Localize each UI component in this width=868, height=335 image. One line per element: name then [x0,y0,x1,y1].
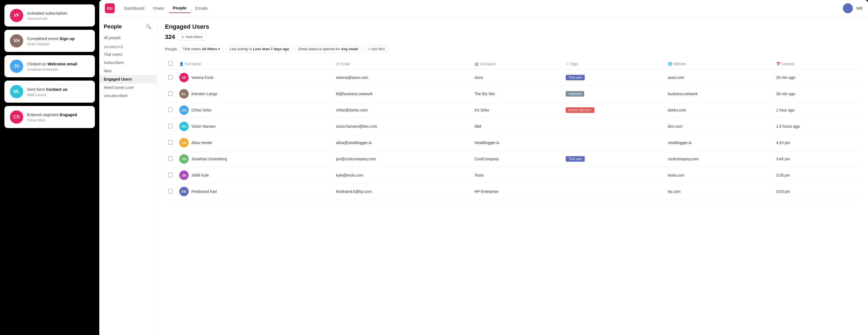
filters-row: People That match All filters ▾ Last act… [165,45,860,53]
people-count: 324 [165,33,175,40]
sidebar-item-engaged-users[interactable]: Engaged Users [99,75,157,83]
filter-email-label: Email status is opened for [299,47,340,51]
activity-feed: VFActivated subscriptionVerena FunkVHCom… [0,0,99,335]
row-checkbox[interactable] [168,173,173,177]
filter-activity-value: Less than 7 days ago [253,47,289,51]
filter-people-label: People [165,47,177,51]
row-checkbox[interactable] [168,189,173,193]
person-email: verena@asos.com [333,69,471,86]
col-website: 🌐Website [664,59,773,69]
avatar[interactable] [843,3,853,13]
main-app: En Dashboard Flows People Emails Will Pe… [99,0,868,335]
row-checkbox[interactable] [168,124,173,128]
content-area: People 🔍 All people Segments Trial Users… [99,17,868,335]
avatar: JG [10,60,23,73]
activity-person-name: Matt Lucero [27,93,68,97]
nav-flows[interactable]: Flows [149,4,168,13]
sidebar-item-subscribers[interactable]: Subscribers [99,59,157,67]
filter-activity-chip[interactable]: Last activity is Less than 7 days ago [226,45,292,53]
filter-activity-label: Last activity is [229,47,252,51]
sidebar-section-segments: Segments [99,42,157,50]
avatar: ML [10,85,23,98]
person-website: newblogger.io [664,135,773,151]
sidebar-header: People 🔍 [99,21,157,34]
avatar: JK [179,171,189,180]
person-website: itsirko.com [664,102,773,118]
row-checkbox[interactable] [168,156,173,161]
table-row[interactable]: JKJahlil Kylekyle@tesla.comTeslatesla.co… [165,167,860,183]
person-email: ferdinand.k@hp.com [333,183,471,200]
table-row[interactable]: CSChloe Sirkochloe@itsirko.comIt's Sirko… [165,102,860,118]
add-filter-button[interactable]: + Add filter [364,45,389,53]
activity-title: Clicked on Welcome email [27,61,77,67]
sidebar-item-need-some-love[interactable]: Need Some Love [99,83,157,92]
person-name: Ferdinand Karl [191,189,217,194]
page-title: Engaged Users [165,23,860,30]
row-checkbox[interactable] [168,140,173,145]
person-company: CoolCompany [471,151,562,167]
person-name: Jahlil Kyle [191,173,209,177]
person-tag-cell: Needs attention [562,102,664,118]
activity-card[interactable]: VFActivated subscriptionVerena Funk [4,4,95,27]
nav-emails[interactable]: Emails [191,4,212,13]
person-created: 3:28 pm [773,167,860,183]
avatar: JG [179,154,189,164]
activity-card[interactable]: JGClicked on Welcome emailJonathan Green… [4,55,95,77]
activity-card[interactable]: MLSent form Contact usMatt Lucero [4,81,95,103]
sidebar: People 🔍 All people Segments Trial Users… [99,17,157,335]
activity-card[interactable]: CSEntered segment EngagedChloe Sikro [4,106,95,128]
person-email: kyle@tesla.com [333,167,471,183]
person-tag-cell: Trial user [562,151,664,167]
filter-all-label: All filters [202,47,217,51]
nav-username: Will [856,6,863,10]
sidebar-title: People [104,24,122,30]
table-row[interactable]: JGJonathan Greenbergjon@coolcompany.comC… [165,151,860,167]
table-row[interactable]: AHAlisa Hesteralisa@newblogger.ioNewBlog… [165,135,860,151]
person-email: alisa@newblogger.io [333,135,471,151]
filter-email-chip[interactable]: Email status is opened for Any email [295,45,362,53]
person-email: jon@coolcompany.com [333,151,471,167]
filter-match-label: That match [183,47,201,51]
sidebar-item-all-people[interactable]: All people [99,34,157,42]
avatar: VH [10,34,23,48]
avatar: KL [179,89,189,98]
avatar: VF [179,73,189,82]
sidebar-item-new[interactable]: New [99,67,157,75]
filter-match-chip[interactable]: That match All filters ▾ [179,45,224,53]
table-row[interactable]: FKFerdinand Karlferdinand.k@hp.comHP Ent… [165,183,860,200]
person-tag-cell [562,167,664,183]
chevron-up-icon: ∧ [182,35,184,39]
sidebar-item-trial-users[interactable]: Trial Users [99,50,157,59]
tag-badge: Trial user [566,75,585,80]
person-name: Kiersten Lange [191,92,217,96]
hide-filters-button[interactable]: ∧ Hide filters [178,33,206,40]
row-checkbox[interactable] [168,75,173,80]
person-website: tesla.com [664,167,773,183]
person-created: 4:10 pm [773,135,860,151]
row-checkbox[interactable] [168,108,173,112]
table-row[interactable]: VHVictor Hansenvictor.hansen@ibm.comIBMi… [165,118,860,135]
person-tag-cell [562,183,664,200]
app-logo: En [105,3,115,13]
person-company: The Biz Net [471,86,562,102]
avatar: VF [10,9,23,22]
filter-email-value: Any email [341,47,358,51]
row-checkbox[interactable] [168,91,173,96]
activity-card[interactable]: VHCompleted event Sign upVictor Hansen [4,30,95,52]
activity-person-name: Verena Funk [27,17,67,21]
person-company: HP Enterprise [471,183,562,200]
person-created: 1 hour ago [773,102,860,118]
hide-filters-label: Hide filters [186,35,203,39]
nav-people[interactable]: People [169,3,190,13]
table-row[interactable]: VFVerena Funkverena@asos.comAsosTrial us… [165,69,860,86]
tag-badge: Trial user [566,156,585,162]
table-row[interactable]: KLKiersten Langekl@business.networkThe B… [165,86,860,102]
nav-dashboard[interactable]: Dashboard [120,4,148,13]
select-all-checkbox[interactable] [168,61,173,66]
search-icon[interactable]: 🔍 [145,23,153,30]
sidebar-item-unsubscribed[interactable]: Unsubscribed [99,92,157,100]
person-company: IBM [471,118,562,135]
avatar: CS [10,111,23,124]
tag-badge: Imported [566,91,584,97]
count-filter-row: 324 ∧ Hide filters [165,33,860,40]
